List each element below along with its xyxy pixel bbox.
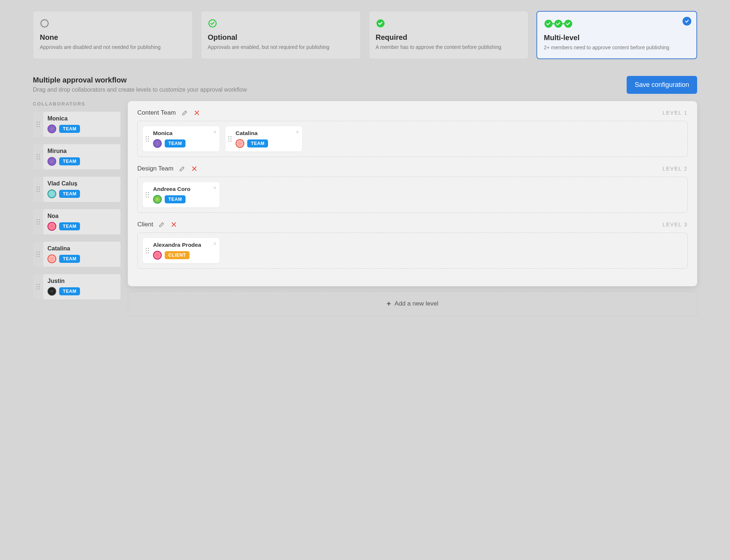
- option-title: Multi-level: [544, 34, 690, 42]
- role-badge: TEAM: [247, 139, 268, 147]
- level-number: LEVEL 1: [662, 110, 688, 116]
- drag-handle-icon[interactable]: [33, 219, 43, 225]
- check-badge-icon: [376, 19, 522, 28]
- option-none[interactable]: None Approvals are disabled and not need…: [33, 11, 193, 59]
- collaborator-name: Vlad Caluș: [47, 180, 116, 187]
- section-title: Multiple approval workflow: [33, 76, 247, 84]
- role-badge: CLIENT: [165, 251, 190, 259]
- save-configuration-button[interactable]: Save configuration: [627, 76, 697, 94]
- collaborators-label: COLLABORATORS: [33, 101, 121, 107]
- delete-level-icon[interactable]: [191, 165, 198, 172]
- edit-level-icon[interactable]: [181, 109, 188, 116]
- option-multilevel[interactable]: Multi-level 2+ members need to approve c…: [536, 11, 697, 59]
- level-number: LEVEL 2: [662, 166, 688, 172]
- role-badge: TEAM: [59, 287, 80, 295]
- collaborator-card[interactable]: Vlad CalușTEAM: [33, 177, 121, 202]
- levels-panel: Content TeamLEVEL 1×MonicaTEAM×CatalinaT…: [128, 101, 697, 286]
- check-outline-icon: [208, 19, 354, 28]
- avatar: [47, 287, 56, 296]
- add-level-button[interactable]: + Add a new level: [128, 291, 697, 317]
- selected-check-icon: [683, 17, 691, 26]
- option-optional[interactable]: Optional Approvals are enabled, but not …: [201, 11, 361, 59]
- approval-options: None Approvals are disabled and not need…: [33, 11, 697, 59]
- avatar: [47, 222, 56, 231]
- drag-handle-icon[interactable]: [143, 192, 152, 197]
- level-dropzone[interactable]: ×Andreea CoroTEAM: [137, 177, 688, 213]
- option-title: None: [40, 33, 186, 42]
- delete-level-icon[interactable]: [171, 221, 177, 228]
- remove-member-icon[interactable]: ×: [213, 185, 217, 191]
- avatar: [153, 139, 162, 148]
- collaborators-sidebar: COLLABORATORS MonicaTEAMMirunaTEAMVlad C…: [33, 101, 121, 307]
- avatar: [236, 139, 244, 148]
- role-badge: TEAM: [59, 157, 80, 165]
- collaborator-name: Justin: [47, 278, 116, 284]
- option-desc: Approvals are disabled and not needed fo…: [40, 44, 186, 51]
- collaborator-card[interactable]: JustinTEAM: [33, 274, 121, 299]
- level-title: Client: [137, 221, 153, 228]
- collaborator-card[interactable]: CatalinaTEAM: [33, 242, 121, 267]
- approval-level: ClientLEVEL 3×Alexandra ProdeaCLIENT: [137, 221, 688, 269]
- member-name: Monica: [153, 130, 215, 137]
- edit-level-icon[interactable]: [179, 165, 186, 172]
- edit-level-icon[interactable]: [158, 221, 165, 228]
- avatar: [47, 157, 56, 166]
- circle-icon: [40, 19, 186, 28]
- workflow-header: Multiple approval workflow Drag and drop…: [33, 76, 697, 94]
- avatar: [153, 251, 162, 260]
- member-name: Andreea Coro: [153, 186, 215, 192]
- approval-level: Design TeamLEVEL 2×Andreea CoroTEAM: [137, 165, 688, 213]
- approval-level: Content TeamLEVEL 1×MonicaTEAM×CatalinaT…: [137, 109, 688, 157]
- role-badge: TEAM: [165, 195, 186, 203]
- role-badge: TEAM: [165, 139, 186, 147]
- option-desc: Approvals are enabled, but not required …: [208, 44, 354, 51]
- drag-handle-icon[interactable]: [33, 122, 43, 127]
- drag-handle-icon[interactable]: [143, 248, 152, 253]
- avatar: [47, 124, 56, 133]
- remove-member-icon[interactable]: ×: [213, 241, 217, 247]
- section-subtitle: Drag and drop collaborators and create l…: [33, 87, 247, 93]
- level-member-chip[interactable]: ×MonicaTEAM: [143, 126, 219, 151]
- collaborator-name: Noa: [47, 213, 116, 219]
- role-badge: TEAM: [59, 222, 80, 230]
- drag-handle-icon[interactable]: [33, 252, 43, 257]
- option-required[interactable]: Required A member has to approve the con…: [369, 11, 529, 59]
- svg-point-0: [41, 20, 48, 27]
- delete-level-icon[interactable]: [194, 110, 200, 116]
- multi-check-icon: [544, 19, 690, 28]
- level-member-chip[interactable]: ×CatalinaTEAM: [225, 126, 302, 151]
- drag-handle-icon[interactable]: [33, 284, 43, 289]
- role-badge: TEAM: [59, 190, 80, 198]
- drag-handle-icon[interactable]: [225, 136, 234, 142]
- collaborator-card[interactable]: MonicaTEAM: [33, 112, 121, 137]
- remove-member-icon[interactable]: ×: [213, 129, 217, 135]
- level-dropzone[interactable]: ×Alexandra ProdeaCLIENT: [137, 233, 688, 269]
- level-title: Content Team: [137, 109, 176, 116]
- avatar: [47, 254, 56, 263]
- member-name: Catalina: [236, 130, 298, 137]
- drag-handle-icon[interactable]: [143, 136, 152, 142]
- avatar: [153, 195, 162, 204]
- drag-handle-icon[interactable]: [33, 154, 43, 160]
- member-name: Alexandra Prodea: [153, 242, 215, 248]
- collaborator-card[interactable]: MirunaTEAM: [33, 144, 121, 169]
- level-member-chip[interactable]: ×Andreea CoroTEAM: [143, 182, 219, 207]
- option-title: Optional: [208, 33, 354, 42]
- collaborator-name: Miruna: [47, 148, 116, 154]
- level-title: Design Team: [137, 165, 173, 172]
- role-badge: TEAM: [59, 125, 80, 133]
- option-title: Required: [376, 33, 522, 42]
- collaborator-name: Catalina: [47, 245, 116, 252]
- plus-icon: +: [387, 300, 391, 308]
- avatar: [47, 189, 56, 198]
- level-dropzone[interactable]: ×MonicaTEAM×CatalinaTEAM: [137, 121, 688, 157]
- option-desc: 2+ members need to approve content befor…: [544, 44, 690, 51]
- drag-handle-icon[interactable]: [33, 187, 43, 192]
- level-number: LEVEL 3: [662, 222, 688, 227]
- collaborator-name: Monica: [47, 115, 116, 122]
- add-level-label: Add a new level: [394, 300, 438, 307]
- option-desc: A member has to approve the content befo…: [376, 44, 522, 51]
- remove-member-icon[interactable]: ×: [296, 129, 299, 135]
- level-member-chip[interactable]: ×Alexandra ProdeaCLIENT: [143, 238, 219, 263]
- collaborator-card[interactable]: NoaTEAM: [33, 209, 121, 234]
